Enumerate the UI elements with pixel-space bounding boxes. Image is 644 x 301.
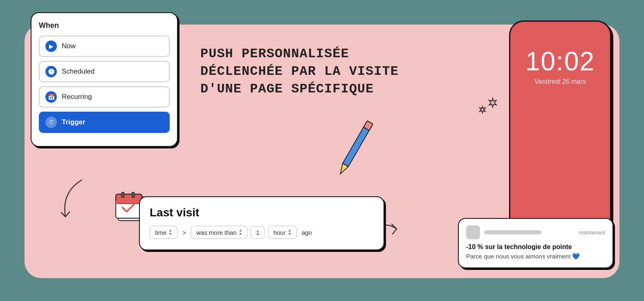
field-selector[interactable]: time ▲▼	[150, 226, 177, 239]
last-visit-title: Last visit	[150, 206, 374, 219]
when-card: When ▶ Now 🕐 Scheduled 📅 Recurring ⏱ Tri…	[31, 12, 178, 147]
svg-rect-9	[132, 192, 135, 198]
notification-app-name-bar	[484, 230, 541, 234]
recurring-icon: 📅	[45, 91, 57, 103]
headline-line2: déclenchée par la visite	[200, 63, 399, 80]
notification-message-light: Parce que nous vous aimons vraiment 💙	[466, 253, 605, 260]
scheduled-label: Scheduled	[62, 67, 94, 76]
now-label: Now	[62, 42, 76, 50]
condition-selector[interactable]: was more than ▲▼	[191, 226, 247, 239]
notification-time: maintenant	[579, 229, 605, 236]
phone-date: Vendredi 26 mars	[534, 78, 586, 85]
notification-header: maintenant	[466, 225, 605, 239]
condition-label: was more than	[196, 229, 236, 236]
suffix-label: ago	[300, 229, 314, 236]
notification-avatar	[466, 225, 480, 239]
value-selector[interactable]: 1	[251, 226, 265, 239]
svg-rect-8	[121, 192, 124, 198]
option-trigger[interactable]: ⏱ Trigger	[39, 112, 170, 133]
stars-decoration	[470, 92, 503, 125]
headline: Push personnalisée déclenchée par la vis…	[200, 45, 399, 98]
option-recurring[interactable]: 📅 Recurring	[39, 86, 170, 108]
unit-selector[interactable]: hour ▲▼	[268, 226, 297, 239]
recurring-label: Recurring	[62, 93, 92, 101]
option-now[interactable]: ▶ Now	[39, 36, 170, 57]
scene: When ▶ Now 🕐 Scheduled 📅 Recurring ⏱ Tri…	[0, 0, 644, 301]
scheduled-icon: 🕐	[45, 66, 57, 77]
notification-card: maintenant -10 % sur la technologie de p…	[458, 218, 613, 268]
svg-rect-7	[116, 200, 142, 203]
now-icon: ▶	[45, 40, 57, 52]
condition-arrows: ▲▼	[238, 229, 242, 236]
notification-message-bold: -10 % sur la technologie de pointe	[466, 243, 605, 251]
phone-time: 10:02	[525, 46, 595, 76]
option-scheduled[interactable]: 🕐 Scheduled	[39, 61, 170, 82]
operator-symbol: >	[181, 229, 188, 236]
field-label: time	[155, 229, 166, 236]
trigger-icon: ⏱	[45, 117, 57, 128]
headline-line3: d'une page spécifique	[200, 80, 399, 98]
left-arrow-decoration	[53, 176, 94, 225]
value-label: 1	[256, 229, 259, 236]
last-visit-card: Last visit time ▲▼ > was more than ▲▼ 1 …	[139, 196, 384, 250]
unit-label: hour	[274, 229, 286, 236]
headline-line1: Push personnalisée	[200, 45, 399, 63]
field-arrows: ▲▼	[168, 229, 172, 236]
filter-row: time ▲▼ > was more than ▲▼ 1 hour ▲▼ ago	[150, 226, 374, 239]
trigger-label: Trigger	[62, 118, 85, 126]
unit-arrows: ▲▼	[288, 229, 292, 236]
when-label: When	[39, 21, 170, 30]
